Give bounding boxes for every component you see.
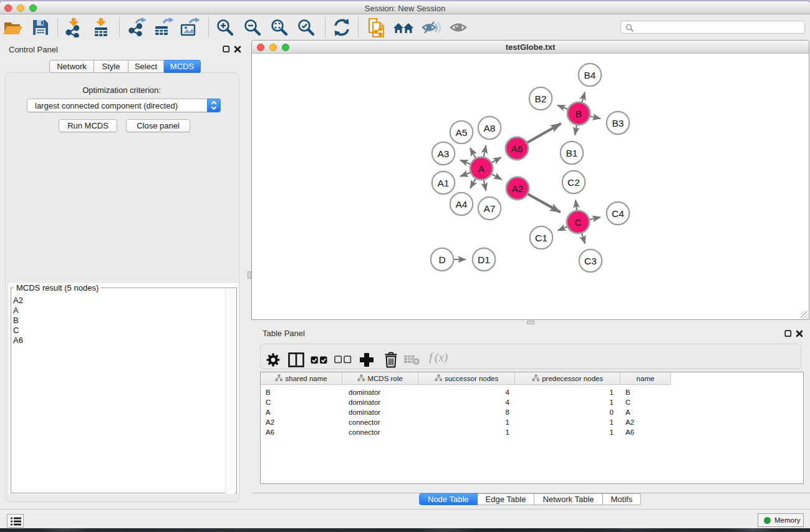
- svg-text:A3: A3: [438, 148, 450, 159]
- svg-text:C2: C2: [567, 177, 580, 188]
- svg-text:C1: C1: [535, 233, 547, 243]
- svg-text:A5: A5: [456, 127, 468, 138]
- svg-text:A2: A2: [512, 183, 524, 194]
- svg-text:A: A: [478, 163, 485, 174]
- svg-text:B3: B3: [612, 118, 624, 128]
- svg-text:C: C: [574, 217, 581, 228]
- svg-text:B1: B1: [566, 148, 578, 158]
- svg-text:A6: A6: [511, 143, 523, 154]
- svg-text:B: B: [576, 109, 582, 119]
- svg-text:A1: A1: [438, 178, 450, 188]
- svg-text:D: D: [438, 254, 445, 265]
- svg-text:C4: C4: [612, 208, 624, 219]
- svg-text:A7: A7: [484, 203, 496, 214]
- svg-text:A4: A4: [456, 199, 468, 210]
- svg-text:B4: B4: [584, 70, 596, 80]
- svg-text:B2: B2: [535, 94, 547, 104]
- svg-text:C3: C3: [584, 256, 597, 266]
- svg-text:A8: A8: [484, 123, 496, 133]
- svg-text:D1: D1: [478, 254, 490, 265]
